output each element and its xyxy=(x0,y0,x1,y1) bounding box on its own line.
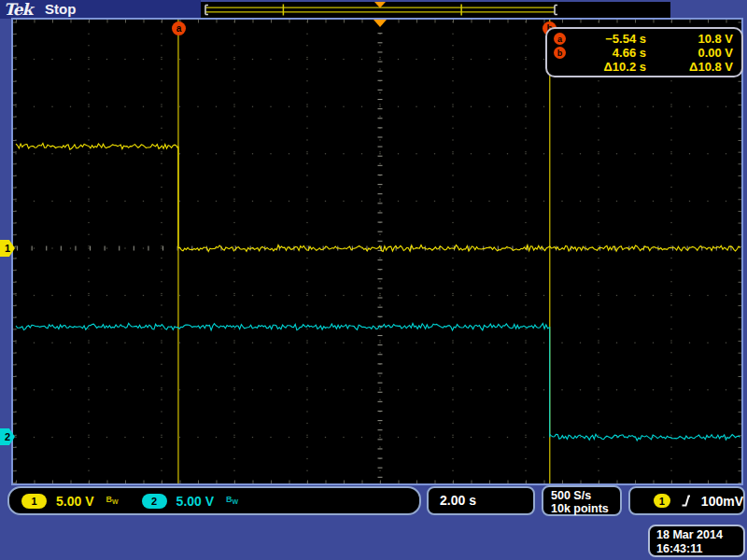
channel2-badge[interactable]: 2 xyxy=(142,494,167,509)
date-label: 18 Mar 2014 xyxy=(656,528,743,542)
edge-ticks xyxy=(13,20,741,483)
cursor-readout-box: a −5.54 s 10.8 V b 4.66 s 0.00 V Δ10.2 s… xyxy=(545,27,743,77)
cursor-a-icon: a xyxy=(554,33,566,45)
cursor-b-time: 4.66 s xyxy=(566,46,646,60)
graticule-svg xyxy=(13,20,741,483)
cursor-a-time: −5.54 s xyxy=(566,32,646,46)
cursor-b-row: b 4.66 s 0.00 V xyxy=(554,46,733,60)
record-trigger-icon xyxy=(374,2,386,8)
channel-readout-bar[interactable]: 1 5.00 V BW 2 5.00 V BW xyxy=(7,486,421,515)
cursor-delta-voltage: Δ10.8 V xyxy=(646,60,733,74)
acquisition-status: Stop xyxy=(45,1,76,17)
channel1-bandwidth-icon: BW xyxy=(106,496,118,506)
record-length: 10k points xyxy=(551,502,620,515)
trigger-box[interactable]: 1 100mV xyxy=(628,486,745,515)
record-left-bracket xyxy=(205,6,208,15)
channel2-scale: 5.00 V xyxy=(176,494,214,509)
cursor-delta-time: Δ10.2 s xyxy=(566,60,646,74)
cursor-a-badge[interactable]: a xyxy=(172,21,186,35)
center-axes-ticks xyxy=(17,23,732,478)
sample-rate: 500 S/s xyxy=(551,489,620,502)
channel2-bandwidth-icon: BW xyxy=(226,496,238,506)
channel1-badge[interactable]: 1 xyxy=(21,494,47,509)
datetime-box: 18 Mar 2014 16:43:11 xyxy=(648,525,745,557)
channel1-scale: 5.00 V xyxy=(56,494,93,509)
ch2-trace xyxy=(16,323,740,441)
acquisition-box[interactable]: 500 S/s 10k points xyxy=(542,485,622,516)
trigger-position-icon[interactable] xyxy=(374,20,387,27)
cursor-a-row: a −5.54 s 10.8 V xyxy=(554,32,733,46)
horizontal-scale-box[interactable]: 2.00 s xyxy=(427,486,535,515)
record-view-strip xyxy=(201,2,670,18)
trigger-level: 100mV xyxy=(701,494,743,509)
cursor-b-icon: b xyxy=(554,47,566,59)
ch1-trace xyxy=(16,144,740,252)
cursor-a-voltage: 10.8 V xyxy=(646,32,733,46)
tek-logo: Tek xyxy=(4,0,32,19)
time-label: 16:43:11 xyxy=(656,542,743,556)
waveform-display xyxy=(11,18,743,485)
trigger-source-badge: 1 xyxy=(654,494,670,508)
record-view-svg xyxy=(201,2,670,18)
rising-edge-icon xyxy=(681,493,690,509)
record-right-bracket xyxy=(555,6,557,15)
grid-dots xyxy=(15,21,741,483)
cursor-b-voltage: 0.00 V xyxy=(646,46,733,60)
horizontal-scale: 2.00 s xyxy=(440,493,476,508)
cursor-delta-row: Δ10.2 s Δ10.8 V xyxy=(554,60,733,74)
